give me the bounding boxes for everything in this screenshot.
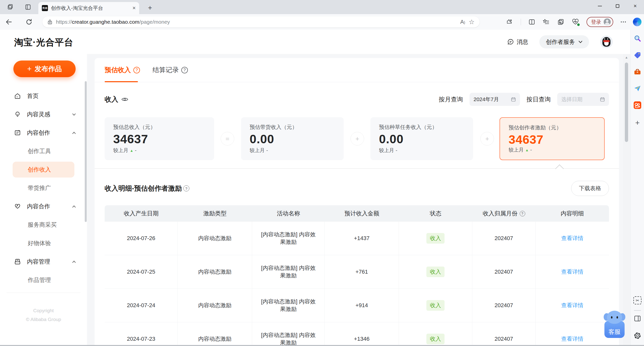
view-details-link[interactable]: 查看详情	[561, 268, 583, 276]
add-sidebar-app-icon[interactable]: +	[633, 119, 642, 127]
refresh-button[interactable]	[24, 17, 34, 27]
active-tab-underline	[105, 81, 138, 82]
help-icon[interactable]: ?	[181, 67, 188, 73]
income-panel: 预估收入 ? 结算记录 ? 收入 按月查询	[95, 58, 619, 346]
browser-essentials-icon[interactable]	[572, 18, 579, 25]
chevron-down-icon	[72, 113, 76, 116]
address-bar[interactable]: https://creator.guanghe.taobao.com/page/…	[42, 16, 480, 27]
view-details-link[interactable]: 查看详情	[561, 235, 583, 242]
back-button[interactable]	[4, 17, 14, 27]
tab-settlement-records[interactable]: 结算记录 ?	[153, 66, 188, 74]
collections-icon[interactable]	[557, 18, 564, 25]
publish-work-button[interactable]: + 发布作品	[13, 61, 76, 77]
site-header: 淘宝·光合平台 消息 创作者服务	[0, 30, 630, 54]
card-seeding-task-income[interactable]: 预估种草任务收入（元） 0.00 较上月 -	[370, 117, 473, 160]
send-plane-icon[interactable]	[633, 84, 642, 93]
sidebar-subitem-creation-tools[interactable]: 创作工具	[0, 142, 87, 160]
split-screen-icon[interactable]	[529, 19, 535, 25]
edge-sidebar-rail: + ✂	[630, 30, 644, 346]
toolbox-icon[interactable]	[633, 68, 642, 76]
card-sales-income[interactable]: 预估带货收入（元） 0.00 较上月 -	[241, 117, 344, 160]
edge-browser-window: 光合 创作收入-淘宝光合平台 × + × https:/	[0, 0, 644, 346]
settings-gear-icon[interactable]	[633, 331, 642, 340]
search-icon[interactable]	[633, 34, 642, 43]
sidebar-panel-icon[interactable]	[633, 314, 642, 323]
card-total-income[interactable]: 预估总收入（元） 34637 较上月 ▲ -	[105, 117, 214, 160]
creator-service-dropdown[interactable]: 创作者服务	[539, 35, 589, 48]
panel-tabs: 预估收入 ? 结算记录 ?	[95, 58, 619, 82]
window-maximize-button[interactable]	[609, 0, 626, 12]
window-close-button[interactable]: ×	[626, 0, 644, 12]
workspaces-icon[interactable]	[7, 3, 14, 11]
login-button[interactable]: 登录	[587, 17, 613, 27]
toolbar-divider	[521, 19, 521, 25]
eye-visibility-icon[interactable]	[121, 97, 128, 102]
chevron-up-icon	[72, 261, 76, 263]
window-bottom-edge	[0, 345, 644, 346]
tab-estimated-income[interactable]: 预估收入 ?	[105, 66, 140, 74]
view-details-link[interactable]: 查看详情	[561, 335, 583, 343]
help-icon[interactable]: ?	[520, 211, 525, 216]
plus-separator: +	[350, 132, 364, 146]
more-menu-icon[interactable]	[621, 21, 626, 22]
day-picker-input[interactable]: 选择日期	[557, 93, 609, 106]
sidebar-item-home[interactable]: 首页	[0, 87, 87, 105]
sidebar-subitem-works-management[interactable]: 作品管理	[0, 271, 87, 289]
new-tab-button[interactable]: +	[146, 4, 154, 12]
shopping-tag-icon[interactable]	[633, 51, 642, 60]
messages-button[interactable]: 消息	[507, 38, 528, 46]
month-picker-input[interactable]: 2024年7月	[470, 93, 520, 106]
scrollbar-up-arrow[interactable]: ▲	[625, 55, 628, 59]
table-row: 2024-07-26 内容动态激励 [内容动态激励] 内容效果激励 +1437 …	[105, 222, 609, 255]
status-badge: 收入	[426, 267, 445, 277]
calendar-icon	[511, 97, 516, 102]
edit-note-icon	[14, 129, 21, 136]
sidebar-item-creation[interactable]: 内容创作	[0, 124, 87, 142]
up-triangle-icon: ▲	[130, 149, 133, 153]
site-favicon: 光合	[42, 5, 48, 11]
download-table-button[interactable]: 下载表格	[571, 181, 609, 196]
favorites-list-icon[interactable]	[543, 18, 550, 25]
screenshot-snip-icon[interactable]: ✂	[633, 296, 642, 305]
month-query-label: 按月查询	[439, 95, 463, 103]
sidebar-subitem-promotion[interactable]: 带货推广	[0, 179, 87, 197]
table-row: 2024-07-24 内容动态激励 [内容动态激励] 内容效果激励 +914 收…	[105, 289, 609, 322]
site-logo: 淘宝·光合平台	[14, 36, 73, 49]
customer-service-button[interactable]: 客服	[603, 311, 626, 339]
sidebar-subitem-creation-income[interactable]: 创作收入	[0, 160, 87, 179]
page-body: + 发布作品 首页 内容灵感	[0, 54, 630, 346]
lock-icon	[47, 19, 52, 25]
detail-section-title: 收入明细-预估创作者激励 ?	[105, 184, 189, 193]
browser-tab[interactable]: 光合 创作收入-淘宝光合平台 ×	[38, 2, 139, 14]
day-query-label: 按日查询	[526, 95, 551, 103]
tab-title: 创作收入-淘宝光合平台	[51, 5, 129, 12]
sidebar-item-cooperation[interactable]: 内容合作	[0, 197, 87, 216]
status-badge: 收入	[426, 233, 445, 244]
page-scrollbar-thumb[interactable]	[625, 63, 628, 142]
archive-box-icon	[14, 258, 21, 265]
sidebar-subitem-product-trial[interactable]: 好物体验	[0, 234, 87, 252]
sidebar-scrollbar[interactable]	[85, 81, 87, 222]
read-aloud-icon[interactable]: A)	[460, 19, 465, 25]
rail-divider	[634, 310, 641, 311]
help-icon[interactable]: ?	[133, 67, 140, 73]
help-icon[interactable]: ?	[183, 185, 189, 191]
copilot-icon[interactable]	[633, 18, 641, 26]
tab-close-icon[interactable]: ×	[132, 5, 136, 11]
section-divider	[95, 168, 619, 169]
view-details-link[interactable]: 查看详情	[561, 302, 583, 309]
equals-separator: =	[221, 132, 234, 146]
extensions-icon[interactable]	[506, 18, 513, 25]
kuaishou-icon[interactable]	[633, 101, 642, 109]
sidebar-item-inspiration[interactable]: 内容灵感	[0, 105, 87, 124]
user-avatar[interactable]	[600, 36, 613, 48]
window-minimize-button[interactable]	[591, 0, 609, 12]
favorite-star-icon[interactable]: ☆	[469, 18, 475, 26]
chevron-down-icon	[578, 41, 582, 43]
sidebar-subitem-service-purchase[interactable]: 服务商采买	[0, 216, 87, 234]
sidebar-divider	[7, 293, 80, 293]
card-creator-incentive[interactable]: 预估创作者激励（元） 34637 较上月 ▲ -	[500, 117, 605, 160]
sidebar-item-management[interactable]: 内容管理	[0, 252, 87, 271]
status-badge: 收入	[426, 300, 445, 311]
tab-actions-icon[interactable]	[24, 3, 32, 11]
